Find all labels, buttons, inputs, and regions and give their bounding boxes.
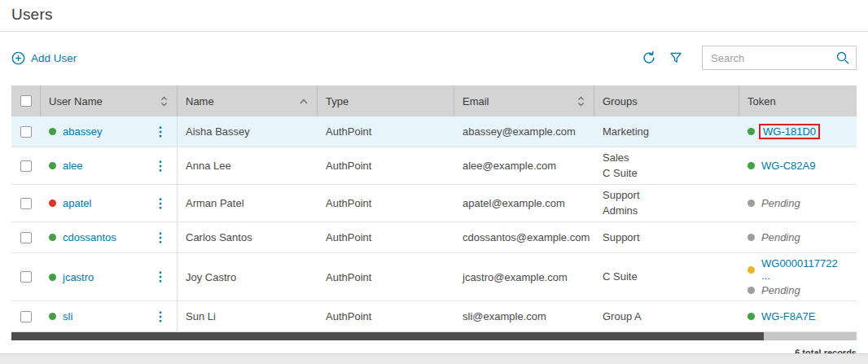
horizontal-scrollbar[interactable]: [11, 332, 857, 340]
token-status-dot: [747, 313, 755, 320]
row-menu-icon[interactable]: ⋮: [152, 125, 169, 138]
group-name: Support: [603, 189, 640, 202]
page-title: Users: [11, 6, 857, 24]
username-link[interactable]: jcastro: [63, 271, 94, 283]
search-box: [702, 46, 857, 70]
search-icon[interactable]: [835, 50, 850, 65]
token-status-dot: [747, 234, 755, 241]
column-header-user-name[interactable]: User Name: [41, 86, 178, 116]
column-header-type[interactable]: Type: [318, 86, 454, 116]
token-pending-label: Pending: [761, 284, 800, 296]
page-bottom: [0, 353, 868, 364]
row-menu-icon[interactable]: ⋮: [152, 231, 169, 244]
table-header: User Name Name Type Email: [11, 86, 857, 116]
token-status-dot: [747, 162, 755, 169]
name-cell: Carlos Santos: [178, 222, 318, 252]
user-status-dot: [49, 313, 56, 320]
row-checkbox[interactable]: [20, 198, 32, 209]
table-row: alee⋮Anna LeeAuthPointalee@example.comSa…: [11, 147, 857, 185]
user-status-dot: [49, 128, 56, 135]
username-link[interactable]: cdossantos: [63, 231, 116, 243]
username-link[interactable]: apatel: [63, 197, 91, 209]
username-cell: jcastro⋮: [41, 253, 178, 300]
email-cell: jcastro@example.com: [454, 253, 594, 300]
group-name: Marketing: [603, 125, 649, 138]
token-link[interactable]: WG0000117722 ...: [761, 257, 848, 282]
email-cell: apatel@example.com: [454, 185, 594, 221]
users-page: Users Add User: [0, 0, 868, 362]
token-pending-label: Pending: [761, 197, 800, 209]
users-table: User Name Name Type Email: [11, 86, 857, 340]
sort-both-icon: [160, 95, 169, 107]
group-name: C Suite: [603, 270, 638, 283]
header-checkbox-cell: [11, 86, 41, 116]
token-status-dot: [747, 200, 755, 207]
token-cell: WG-181D0: [739, 116, 857, 147]
name-cell: Aisha Bassey: [178, 116, 318, 147]
column-header-email[interactable]: Email: [454, 86, 594, 116]
row-checkbox-cell: [11, 147, 41, 184]
row-checkbox[interactable]: [20, 126, 32, 138]
token-line: WG0000117722 ...: [747, 257, 848, 282]
token-cell: Pending: [739, 185, 857, 221]
annotation-box: WG-181D0: [759, 124, 820, 139]
username-cell: sli⋮: [41, 301, 178, 331]
row-checkbox[interactable]: [20, 232, 32, 243]
search-input[interactable]: [702, 46, 857, 70]
type-cell: AuthPoint: [318, 147, 454, 184]
token-link[interactable]: WG-F8A7E: [761, 310, 815, 322]
token-link[interactable]: WG-181D0: [763, 125, 816, 138]
token-cell: Pending: [739, 222, 857, 252]
select-all-checkbox[interactable]: [20, 95, 32, 107]
row-menu-icon[interactable]: ⋮: [152, 160, 169, 173]
email-cell: sli@example.com: [454, 301, 594, 331]
scrollbar-thumb[interactable]: [11, 332, 764, 340]
email-cell: alee@example.com: [454, 147, 594, 184]
username-link[interactable]: alee: [63, 160, 83, 172]
column-header-name[interactable]: Name: [178, 86, 318, 116]
row-checkbox[interactable]: [20, 311, 32, 322]
groups-cell: Support: [594, 222, 739, 252]
groups-cell: Group A: [594, 301, 739, 331]
username-link[interactable]: abassey: [63, 125, 102, 138]
token-cell: WG-C82A9: [739, 147, 857, 184]
add-user-button[interactable]: Add User: [11, 51, 77, 65]
token-pending-label: Pending: [761, 231, 800, 243]
type-cell: AuthPoint: [318, 301, 454, 331]
group-name: Support: [603, 231, 640, 244]
refresh-button[interactable]: [642, 50, 656, 65]
table-row: jcastro⋮Joy CastroAuthPointjcastro@examp…: [11, 253, 857, 301]
plus-circle-icon: [11, 51, 25, 65]
table-body: abassey⋮Aisha BasseyAuthPointabassey@exa…: [11, 116, 857, 332]
column-label: Groups: [603, 95, 638, 107]
column-header-token[interactable]: Token: [739, 86, 857, 116]
token-line: Pending: [747, 197, 800, 209]
row-checkbox-cell: [11, 116, 41, 147]
column-header-groups[interactable]: Groups: [594, 86, 739, 116]
sort-asc-icon: [299, 98, 309, 105]
token-link[interactable]: WG-C82A9: [761, 160, 815, 172]
token-line: Pending: [747, 284, 800, 296]
group-name: Admins: [603, 204, 638, 217]
row-menu-icon[interactable]: ⋮: [152, 310, 169, 323]
filter-button[interactable]: [669, 51, 682, 64]
toolbar-right: [642, 46, 857, 70]
groups-cell: SupportAdmins: [594, 185, 739, 221]
user-status-dot: [49, 162, 56, 169]
user-status-dot: [49, 274, 56, 281]
column-label: Type: [326, 95, 349, 107]
token-status-dot: [747, 128, 755, 135]
row-checkbox[interactable]: [20, 271, 32, 283]
username-link[interactable]: sli: [63, 310, 72, 322]
row-checkbox[interactable]: [20, 160, 32, 172]
row-checkbox-cell: [11, 301, 41, 331]
name-cell: Arman Patel: [178, 185, 318, 221]
token-status-dot: [747, 266, 755, 274]
table-row: cdossantos⋮Carlos SantosAuthPointcdossan…: [11, 222, 857, 253]
row-menu-icon[interactable]: ⋮: [152, 197, 169, 210]
username-cell: cdossantos⋮: [41, 222, 178, 252]
row-menu-icon[interactable]: ⋮: [152, 270, 169, 283]
groups-cell: Marketing: [594, 116, 739, 147]
sort-both-icon: [576, 95, 585, 107]
row-checkbox-cell: [11, 253, 41, 300]
